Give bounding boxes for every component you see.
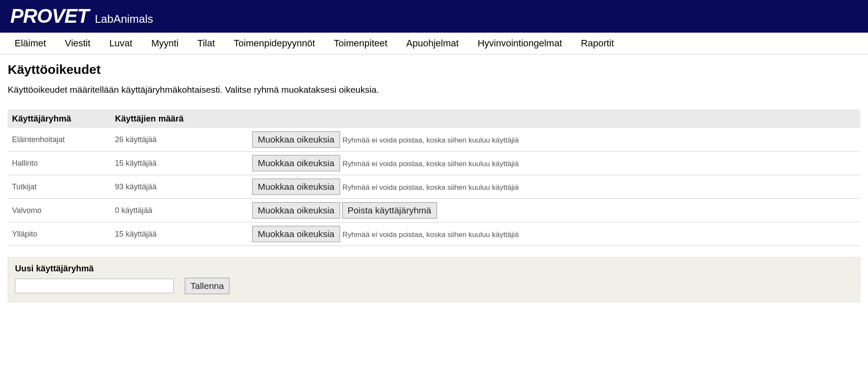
edit-permissions-button[interactable]: Muokkaa oikeuksia [252,179,340,195]
table-row: Hallinto15 käyttäjääMuokkaa oikeuksiaRyh… [8,152,860,175]
app-subtitle: LabAnimals [95,12,153,26]
new-group-input[interactable] [15,279,174,293]
delete-group-button[interactable]: Poista käyttäjäryhmä [342,202,437,219]
table-header-count: Käyttäjien määrä [111,109,248,128]
nav-item-myynti[interactable]: Myynti [142,33,188,54]
nav-item-tilat[interactable]: Tilat [188,33,224,54]
group-name: Eläintenhoitajat [8,128,111,152]
edit-permissions-button[interactable]: Muokkaa oikeuksia [252,155,340,171]
table-row: Ylläpito15 käyttäjääMuokkaa oikeuksiaRyh… [8,222,860,246]
group-actions: Muokkaa oikeuksia Poista käyttäjäryhmä [248,199,860,222]
group-actions: Muokkaa oikeuksiaRyhmää ei voida poistaa… [248,222,860,246]
table-row: Valvomo0 käyttäjääMuokkaa oikeuksia Pois… [8,199,860,222]
group-count: 15 käyttäjää [111,222,248,246]
table-header-actions [248,109,860,128]
cannot-delete-note: Ryhmää ei voida poistaa, koska siihen ku… [343,231,519,239]
group-actions: Muokkaa oikeuksiaRyhmää ei voida poistaa… [248,128,860,152]
group-name: Tutkijat [8,175,111,199]
edit-permissions-button[interactable]: Muokkaa oikeuksia [252,131,340,148]
group-count: 0 käyttäjää [111,199,248,222]
app-header: PROVET LabAnimals [0,0,868,33]
page-description: Käyttöoikeudet määritellään käyttäjäryhm… [8,85,860,95]
group-count: 26 käyttäjää [111,128,248,152]
nav-item-toimenpidepyynnot[interactable]: Toimenpidepyynnöt [224,33,325,54]
app-logo: PROVET [10,4,89,27]
edit-permissions-button[interactable]: Muokkaa oikeuksia [252,202,340,219]
page-title: Käyttöoikeudet [8,62,860,77]
cannot-delete-note: Ryhmää ei voida poistaa, koska siihen ku… [343,160,519,168]
group-name: Valvomo [8,199,111,222]
nav-item-luvat[interactable]: Luvat [100,33,142,54]
group-name: Hallinto [8,152,111,175]
save-button[interactable]: Tallenna [185,278,229,294]
nav-item-hyvinvointiongelmat[interactable]: Hyvinvointiongelmat [468,33,572,54]
new-group-title: Uusi käyttäjäryhmä [15,264,853,274]
groups-table: Käyttäjäryhmä Käyttäjien määrä Eläintenh… [8,109,860,246]
nav-item-elainmet[interactable]: Eläimet [5,33,55,54]
group-actions: Muokkaa oikeuksiaRyhmää ei voida poistaa… [248,175,860,199]
content: Käyttöoikeudet Käyttöoikeudet määritellä… [0,55,868,319]
cannot-delete-note: Ryhmää ei voida poistaa, koska siihen ku… [343,183,519,191]
main-nav: Eläimet Viestit Luvat Myynti Tilat Toime… [0,33,868,55]
group-actions: Muokkaa oikeuksiaRyhmää ei voida poistaa… [248,152,860,175]
group-count: 93 käyttäjää [111,175,248,199]
group-count: 15 käyttäjää [111,152,248,175]
cannot-delete-note: Ryhmää ei voida poistaa, koska siihen ku… [343,136,519,144]
nav-item-raportit[interactable]: Raportit [572,33,624,54]
table-header-group: Käyttäjäryhmä [8,109,111,128]
nav-item-viestit[interactable]: Viestit [55,33,100,54]
nav-item-apuohjelmat[interactable]: Apuohjelmat [397,33,468,54]
group-name: Ylläpito [8,222,111,246]
nav-item-toimenpiteet[interactable]: Toimenpiteet [325,33,397,54]
edit-permissions-button[interactable]: Muokkaa oikeuksia [252,226,340,242]
table-row: Tutkijat93 käyttäjääMuokkaa oikeuksiaRyh… [8,175,860,199]
new-group-panel: Uusi käyttäjäryhmä Tallenna [8,257,860,302]
table-row: Eläintenhoitajat26 käyttäjääMuokkaa oike… [8,128,860,152]
